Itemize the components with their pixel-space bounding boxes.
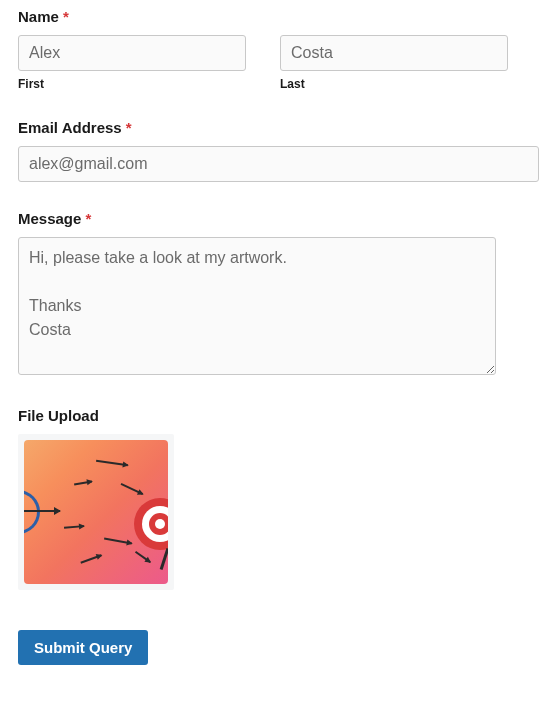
email-label-text: Email Address <box>18 119 122 136</box>
name-row: First Last <box>18 35 539 91</box>
message-label: Message * <box>18 210 539 227</box>
required-mark: * <box>86 210 92 227</box>
bow-icon <box>24 490 40 534</box>
first-name-sublabel: First <box>18 77 246 91</box>
message-field-group: Message * <box>18 210 539 379</box>
arrow-icon <box>121 483 143 495</box>
arrow-icon <box>80 554 101 563</box>
name-label: Name * <box>18 8 539 25</box>
arrow-icon <box>135 551 151 563</box>
arrow-icon <box>104 538 132 544</box>
name-label-text: Name <box>18 8 59 25</box>
arrow-icon <box>64 525 84 528</box>
message-textarea[interactable] <box>18 237 496 375</box>
target-icon <box>134 498 168 550</box>
last-name-sublabel: Last <box>280 77 508 91</box>
message-label-text: Message <box>18 210 81 227</box>
upload-thumbnail <box>24 440 168 584</box>
name-field-group: Name * First Last <box>18 8 539 91</box>
required-mark: * <box>63 8 69 25</box>
upload-field-group: File Upload <box>18 407 539 590</box>
bow-arrow-icon <box>24 510 60 512</box>
upload-thumbnail-wrap[interactable] <box>18 434 174 590</box>
arrow-icon <box>74 480 92 485</box>
upload-label: File Upload <box>18 407 539 424</box>
submit-button[interactable]: Submit Query <box>18 630 148 665</box>
last-name-input[interactable] <box>280 35 508 71</box>
email-label: Email Address * <box>18 119 539 136</box>
arrow-icon <box>96 460 128 466</box>
target-stand-icon <box>160 548 168 570</box>
email-field-group: Email Address * <box>18 119 539 182</box>
first-name-col: First <box>18 35 246 91</box>
email-input[interactable] <box>18 146 539 182</box>
last-name-col: Last <box>280 35 508 91</box>
required-mark: * <box>126 119 132 136</box>
first-name-input[interactable] <box>18 35 246 71</box>
